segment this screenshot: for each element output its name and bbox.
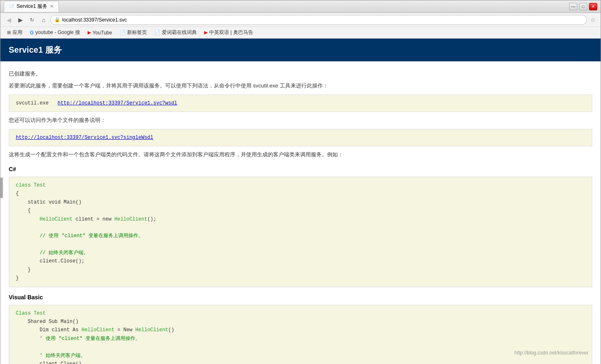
vb-line-2: Shared Sub Main() <box>16 318 585 326</box>
home-button[interactable]: ⌂ <box>39 15 49 25</box>
window-controls: — □ ✕ <box>569 3 597 10</box>
reload-button[interactable]: ↻ <box>27 15 37 25</box>
csharp-line-12: } <box>16 274 585 282</box>
csharp-line-4: { <box>16 206 585 215</box>
page-title: Service1 服务 <box>9 45 62 54</box>
minimize-button[interactable]: — <box>569 3 577 10</box>
csharp-line-1: class Test <box>16 181 585 189</box>
bookmark-dict[interactable]: 📄 爱词霸在线词典 <box>151 28 200 37</box>
tab-page-icon: 📄 <box>9 4 14 9</box>
forward-button[interactable]: ▶ <box>15 15 25 25</box>
bookmark-google-label: youtube - Google 搜 <box>35 29 80 36</box>
bookmark-apps[interactable]: ⊞ 应用 <box>4 28 26 37</box>
navbar: ◀ ▶ ↻ ⌂ 🔒 ☆ <box>0 13 601 27</box>
csharp-line-9: // 始终关闭客户端。 <box>16 249 585 257</box>
watermark: http://blog.csdn.net/kisscatforever <box>514 350 589 356</box>
google-icon: G <box>30 30 34 36</box>
address-bar[interactable] <box>50 15 587 25</box>
csharp-line-3: static void Main() <box>16 198 585 206</box>
csharp-line-7: // 使用 "client" 变量在服务上调用操作。 <box>16 232 585 240</box>
bookmark-youtube[interactable]: ▶ YouTube <box>84 29 115 37</box>
bookmark-dict-label: 爱词霸在线词典 <box>162 29 197 36</box>
tab-title: Service1 服务 <box>17 3 47 10</box>
titlebar: 📄 Service1 服务 ✕ — □ ✕ <box>0 0 601 13</box>
scrollbar-indicator <box>0 177 3 198</box>
bookmark-newtab[interactable]: 📄 新标签页 <box>116 28 150 37</box>
cmd-prefix: svcutil.exe <box>16 100 49 106</box>
close-button[interactable]: ✕ <box>589 3 597 10</box>
wsdl-link[interactable]: http://localhost:33397/Service1.svc?wsdl <box>58 100 177 106</box>
browser-tab[interactable]: 📄 Service1 服务 ✕ <box>4 1 59 12</box>
secure-icon: 🔒 <box>54 17 60 22</box>
vb-code-block: Class Test Shared Sub Main() Dim client … <box>9 305 592 364</box>
svcutil-code-block: svcutil.exe http://localhost:33397/Servi… <box>9 95 592 112</box>
vb-line-3: Dim client As HelloClient = New HelloCli… <box>16 326 585 334</box>
bilingual-youtube-icon: ▶ <box>204 30 208 35</box>
vb-line-7: client.Close() <box>16 360 585 364</box>
bookmark-star-button[interactable]: ☆ <box>589 17 597 23</box>
bookmark-youtube-label: YouTube <box>93 30 112 36</box>
vb-line-6: ' 始终关闭客户端。 <box>16 352 585 360</box>
bookmark-google[interactable]: G youtube - Google 搜 <box>27 28 83 37</box>
maximize-button[interactable]: □ <box>579 3 587 10</box>
browser-window: 📄 Service1 服务 ✕ — □ ✕ ◀ ▶ ↻ ⌂ 🔒 ☆ ⊞ 应用 G <box>0 0 601 364</box>
csharp-code-block: class Test { static void Main() { HelloC… <box>9 177 592 287</box>
visit-text: 您还可以访问作为单个文件的服务说明： <box>9 116 592 125</box>
address-bar-wrap: 🔒 <box>50 15 587 25</box>
newtab-doc-icon: 📄 <box>120 30 125 35</box>
apps-icon: ⊞ <box>7 30 11 35</box>
titlebar-left: 📄 Service1 服务 ✕ <box>4 1 59 12</box>
vb-heading: Visual Basic <box>9 294 592 301</box>
vb-line-4: ' 使用 "client" 变量在服务上调用操作。 <box>16 335 585 343</box>
single-wsdl-link[interactable]: http://localhost:33397/Service1.svc?sing… <box>16 135 153 141</box>
csharp-line-10: client.Close(); <box>16 257 585 265</box>
csharp-line-8 <box>16 240 585 249</box>
csharp-line-5: HelloClient client = new HelloClient(); <box>16 215 585 223</box>
dict-doc-icon: 📄 <box>154 30 160 35</box>
bookmark-apps-label: 应用 <box>12 29 22 36</box>
back-button[interactable]: ◀ <box>4 15 14 25</box>
singlewsdl-code-block: http://localhost:33397/Service1.svc?sing… <box>9 129 592 146</box>
bookmarks-bar: ⊞ 应用 G youtube - Google 搜 ▶ YouTube 📄 新标… <box>0 27 601 39</box>
generate-text: 这将生成一个配置文件和一个包含客户端类的代码文件。请将这两个文件添加到客户端应用… <box>9 150 592 159</box>
vb-line-1: Class Test <box>16 309 585 318</box>
csharp-heading: C# <box>9 166 592 172</box>
tab-close-button[interactable]: ✕ <box>50 4 54 9</box>
csharp-line-11: } <box>16 266 585 274</box>
bookmark-bilingual[interactable]: ▶ 中英双语 | 奥巴马告 <box>201 28 257 37</box>
intro-1: 已创建服务。 <box>9 70 592 78</box>
intro-2: 若要测试此服务，需要创建一个客户端，并将其用于调用该服务。可以使用下列语法，从命… <box>9 82 592 90</box>
vb-line-5 <box>16 343 585 351</box>
youtube-icon: ▶ <box>88 30 91 35</box>
bookmark-bilingual-label: 中英双语 | 奥巴马告 <box>209 29 253 36</box>
bookmark-newtab-label: 新标签页 <box>127 29 147 36</box>
csharp-line-6 <box>16 223 585 232</box>
page-header: Service1 服务 <box>0 39 601 61</box>
csharp-line-2: { <box>16 189 585 198</box>
page-content: 已创建服务。 若要测试此服务，需要创建一个客户端，并将其用于调用该服务。可以使用… <box>0 61 601 364</box>
